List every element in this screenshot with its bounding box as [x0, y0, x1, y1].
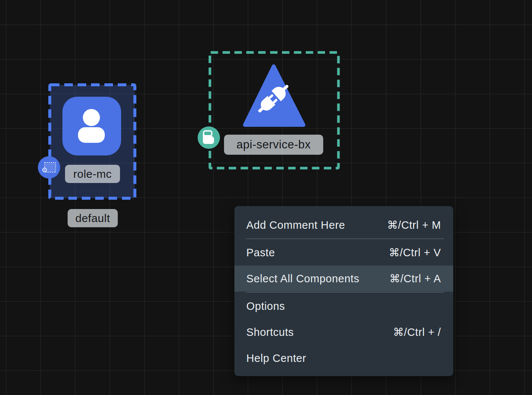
api-node-triangle[interactable]: [241, 62, 307, 129]
menu-item-shortcut: ⌘/Ctrl + V: [389, 246, 441, 259]
menu-item-help-center[interactable]: Help Center: [234, 345, 453, 371]
menu-item-label: Help Center: [246, 352, 306, 365]
save-disk-badge[interactable]: [198, 126, 220, 149]
role-node-icon-square[interactable]: [62, 97, 121, 155]
context-menu: Add Comment Here ⌘/Ctrl + M Paste ⌘/Ctrl…: [234, 206, 453, 376]
menu-item-shortcut: ⌘/Ctrl + A: [389, 272, 441, 285]
menu-item-label: Shortcuts: [246, 326, 294, 338]
role-node-label[interactable]: role-mc: [65, 165, 120, 183]
menu-divider: [246, 238, 444, 239]
menu-item-options[interactable]: Options: [234, 293, 453, 319]
menu-item-add-comment[interactable]: Add Comment Here ⌘/Ctrl + M: [234, 212, 453, 238]
menu-divider: [246, 292, 444, 293]
menu-item-shortcut: ⌘/Ctrl + M: [387, 219, 441, 231]
menu-item-select-all-components[interactable]: Select All Components ⌘/Ctrl + A: [234, 266, 453, 292]
diagram-canvas[interactable]: role-mc default: [0, 0, 532, 395]
menu-item-label: Options: [246, 300, 285, 312]
menu-item-label: Select All Components: [246, 273, 359, 285]
marquee-selection-badge[interactable]: [38, 156, 60, 179]
marquee-selection-icon: [38, 157, 60, 178]
menu-item-shortcuts[interactable]: Shortcuts ⌘/Ctrl + /: [234, 319, 453, 345]
menu-item-shortcut: ⌘/Ctrl + /: [393, 326, 441, 338]
save-disk-icon: [198, 127, 220, 148]
menu-item-label: Add Comment Here: [246, 219, 345, 231]
menu-item-label: Paste: [246, 247, 275, 259]
api-node-label[interactable]: api-service-bx: [224, 135, 323, 155]
role-group-label[interactable]: default: [68, 209, 118, 227]
user-icon: [62, 97, 121, 155]
menu-item-paste[interactable]: Paste ⌘/Ctrl + V: [234, 240, 453, 266]
